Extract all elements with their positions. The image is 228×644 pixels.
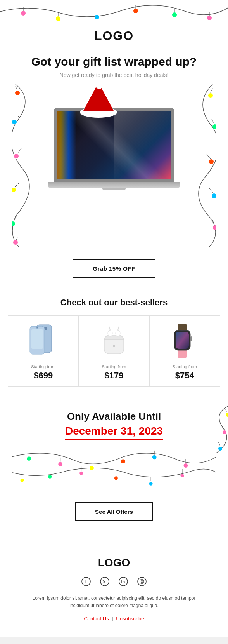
svg-point-15 xyxy=(12,120,17,124)
footer-link-separator: | xyxy=(112,616,114,621)
hero-headline: Got your gift list wrapped up? xyxy=(12,55,216,69)
see-all-section: See All Offers xyxy=(0,494,228,537)
availability-headline: Only Available Until xyxy=(12,410,216,423)
products-grid: Starting from $699 xyxy=(8,315,220,387)
bestsellers-title: Check out our best-sellers xyxy=(8,298,220,308)
unsubscribe-link[interactable]: Unsubscribe xyxy=(116,616,144,621)
email-wrapper: LOGO Got your gift list wrapped up? Now … xyxy=(0,0,228,637)
svg-point-83 xyxy=(79,472,83,475)
svg-line-12 xyxy=(16,86,17,90)
grab-discount-button[interactable]: Grab 15% OFF xyxy=(73,259,155,278)
svg-point-67 xyxy=(27,456,31,461)
laptop-base xyxy=(48,182,180,188)
svg-line-16 xyxy=(17,148,21,153)
svg-point-33 xyxy=(213,225,216,230)
iphone-price: $699 xyxy=(12,371,74,381)
svg-line-18 xyxy=(15,183,19,187)
svg-point-81 xyxy=(48,475,52,479)
svg-point-36 xyxy=(95,81,103,89)
hero-image-area xyxy=(12,84,216,247)
svg-line-26 xyxy=(212,119,214,124)
svg-text:𝕏: 𝕏 xyxy=(102,580,106,584)
svg-point-87 xyxy=(149,482,153,486)
svg-point-69 xyxy=(58,462,62,466)
svg-rect-57 xyxy=(190,336,192,341)
svg-point-85 xyxy=(114,476,118,480)
svg-point-89 xyxy=(181,474,184,477)
hero-section: Got your gift list wrapped up? Now get r… xyxy=(0,47,228,251)
svg-line-62 xyxy=(222,426,224,430)
product-card-watch[interactable]: Starting from $754 xyxy=(150,315,220,387)
svg-line-22 xyxy=(16,236,19,240)
svg-point-65 xyxy=(218,447,222,451)
svg-point-75 xyxy=(152,455,157,459)
svg-text:in: in xyxy=(121,580,125,584)
watch-image xyxy=(154,322,216,360)
airpods-price: $179 xyxy=(83,371,145,381)
header: LOGO xyxy=(0,0,228,47)
footer-body-text: Lorem ipsum dolor sit amet, consectetur … xyxy=(16,595,212,609)
svg-point-61 xyxy=(226,413,228,417)
twitter-x-icon[interactable]: 𝕏 xyxy=(99,576,110,587)
linkedin-icon[interactable]: in xyxy=(118,576,129,587)
footer-logo: LOGO xyxy=(16,557,212,569)
svg-rect-53 xyxy=(178,350,187,358)
svg-line-28 xyxy=(207,154,211,159)
cta-section: Grab 15% OFF xyxy=(0,251,228,290)
product-card-iphone[interactable]: Starting from $699 xyxy=(8,315,79,387)
svg-rect-42 xyxy=(31,329,43,349)
svg-point-49 xyxy=(116,330,120,336)
svg-point-47 xyxy=(108,330,112,336)
svg-point-63 xyxy=(223,430,226,434)
avail-bottom-lights xyxy=(12,444,216,491)
svg-point-79 xyxy=(20,479,24,482)
airpods-image xyxy=(83,322,145,360)
instagram-icon[interactable] xyxy=(136,576,147,587)
svg-point-23 xyxy=(13,240,18,245)
bestsellers-section: Check out our best-sellers xyxy=(0,290,228,399)
svg-point-98 xyxy=(141,580,143,582)
social-icons-row: f 𝕏 in xyxy=(16,576,212,587)
santa-hat-decoration xyxy=(79,80,118,119)
iphone-label: Starting from xyxy=(12,364,74,369)
availability-section: Only Available Until December 31, 2023 xyxy=(0,399,228,494)
svg-point-99 xyxy=(143,580,144,580)
svg-point-73 xyxy=(121,459,125,463)
svg-point-19 xyxy=(12,188,16,192)
iphone-image xyxy=(12,322,74,360)
see-all-button[interactable]: See All Offers xyxy=(75,502,153,521)
footer-links: Contact Us | Unsubscribe xyxy=(16,616,212,621)
svg-point-29 xyxy=(209,159,214,164)
watch-price: $754 xyxy=(154,371,216,381)
svg-rect-56 xyxy=(176,332,189,349)
availability-date: December 31, 2023 xyxy=(65,425,163,440)
hero-subtext: Now get ready to grab the best holiday d… xyxy=(12,72,216,78)
header-logo: LOGO xyxy=(94,29,134,43)
svg-point-21 xyxy=(12,221,15,226)
svg-point-13 xyxy=(15,91,20,95)
svg-line-24 xyxy=(211,88,212,93)
svg-line-64 xyxy=(218,442,220,446)
svg-line-30 xyxy=(209,188,213,193)
svg-point-51 xyxy=(113,345,115,347)
svg-line-60 xyxy=(225,408,227,412)
svg-line-48 xyxy=(109,327,110,330)
laptop-image xyxy=(48,92,180,185)
svg-point-96 xyxy=(138,577,146,586)
svg-line-50 xyxy=(118,327,119,330)
footer: LOGO f 𝕏 in xyxy=(0,545,228,629)
svg-point-77 xyxy=(184,463,188,468)
product-card-airpods[interactable]: Starting from $179 xyxy=(79,315,149,387)
svg-point-25 xyxy=(208,93,213,98)
facebook-icon[interactable]: f xyxy=(81,576,92,587)
footer-divider xyxy=(0,541,228,541)
svg-point-44 xyxy=(36,327,38,328)
airpods-label: Starting from xyxy=(83,364,145,369)
svg-point-17 xyxy=(14,154,19,158)
svg-text:f: f xyxy=(85,579,87,585)
svg-point-31 xyxy=(212,193,216,198)
watch-label: Starting from xyxy=(154,364,216,369)
contact-us-link[interactable]: Contact Us xyxy=(84,616,109,621)
laptop-notch xyxy=(102,188,126,190)
